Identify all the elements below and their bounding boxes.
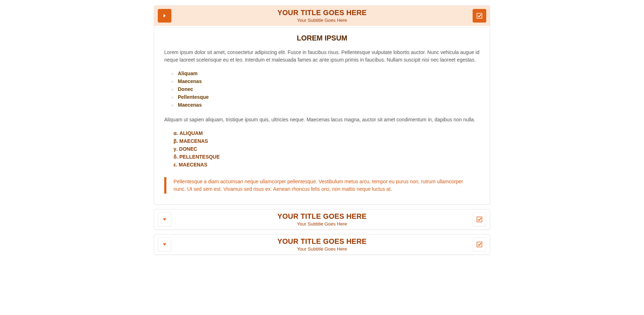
caret-right-icon (163, 14, 166, 18)
list-item: γ. DONEC (174, 145, 480, 153)
list-item: Maecenas (178, 101, 480, 109)
expand-toggle-button[interactable] (158, 9, 171, 23)
list-item: Maecenas (178, 77, 480, 85)
panel-header[interactable]: YOUR TITLE GOES HERE Your Subtitle Goes … (154, 6, 490, 26)
check-button[interactable] (473, 9, 486, 23)
svg-rect-1 (477, 217, 482, 222)
greek-list: α. ALIQUAM β. MAECENAS γ. DONEC δ. PELLE… (164, 129, 480, 169)
list-item: δ. PELLENTESQUE (174, 153, 480, 161)
panel-subtitle: Your Subtitle Goes Here (171, 18, 473, 23)
list-item: Aliquam (178, 69, 480, 77)
panel-subtitle: Your Subtitle Goes Here (171, 246, 473, 252)
svg-rect-2 (477, 242, 482, 247)
checkbox-checked-icon (477, 242, 482, 247)
panel-title: YOUR TITLE GOES HERE (171, 237, 473, 246)
list-item: α. ALIQUAM (174, 129, 480, 137)
accordion-panel: YOUR TITLE GOES HERE Your Subtitle Goes … (154, 209, 490, 230)
checkbox-checked-icon (477, 217, 482, 222)
panel-header[interactable]: YOUR TITLE GOES HERE Your Subtitle Goes … (154, 234, 490, 255)
bullet-list: Aliquam Maecenas Donec Pellentesque Maec… (164, 69, 480, 109)
paragraph: Aliquam ut sapien aliquam, tristique ips… (164, 116, 480, 123)
panel-header[interactable]: YOUR TITLE GOES HERE Your Subtitle Goes … (154, 209, 490, 229)
svg-rect-0 (477, 13, 482, 18)
list-item: β. MAECENAS (174, 137, 480, 145)
check-button[interactable] (473, 238, 486, 251)
expand-toggle-button[interactable] (158, 238, 171, 251)
accordion-panel: YOUR TITLE GOES HERE Your Subtitle Goes … (154, 5, 490, 205)
list-item: Donec (178, 85, 480, 93)
expand-toggle-button[interactable] (158, 213, 171, 226)
caret-down-icon (162, 218, 167, 221)
panel-title: YOUR TITLE GOES HERE (171, 9, 473, 17)
blockquote: Pellentesque a diam accumsan neque ullam… (164, 177, 480, 194)
paragraph: Lorem ipsum dolor sit amet, consectetur … (164, 49, 480, 64)
list-item: ε. MAECENAS (174, 161, 480, 169)
panel-title-block: YOUR TITLE GOES HERE Your Subtitle Goes … (171, 9, 473, 23)
panel-title-block: YOUR TITLE GOES HERE Your Subtitle Goes … (171, 237, 473, 252)
checkbox-checked-icon (477, 13, 482, 19)
check-button[interactable] (473, 213, 486, 226)
panel-title: YOUR TITLE GOES HERE (171, 212, 473, 220)
content-heading: LOREM IPSUM (164, 34, 480, 42)
caret-down-icon (162, 243, 167, 246)
panel-content: LOREM IPSUM Lorem ipsum dolor sit amet, … (154, 27, 490, 204)
accordion-panel: YOUR TITLE GOES HERE Your Subtitle Goes … (154, 234, 490, 255)
panel-title-block: YOUR TITLE GOES HERE Your Subtitle Goes … (171, 212, 473, 227)
panel-subtitle: Your Subtitle Goes Here (171, 221, 473, 227)
blockquote-text: Pellentesque a diam accumsan neque ullam… (174, 178, 473, 193)
list-item: Pellentesque (178, 93, 480, 101)
